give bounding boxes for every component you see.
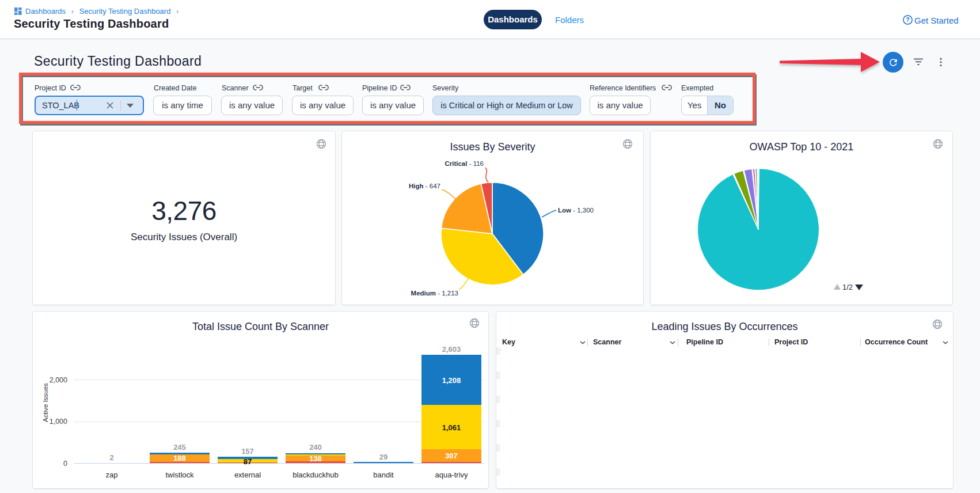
- svg-text:High - 647: High - 647: [409, 183, 440, 189]
- svg-text:1/2: 1/2: [842, 283, 853, 291]
- svg-text:Low - 1,300: Low - 1,300: [558, 207, 594, 214]
- svg-text:?: ?: [906, 16, 909, 23]
- svg-text:Medium - 1,213: Medium - 1,213: [411, 290, 458, 297]
- svg-text:Critical - 116: Critical - 116: [445, 160, 484, 167]
